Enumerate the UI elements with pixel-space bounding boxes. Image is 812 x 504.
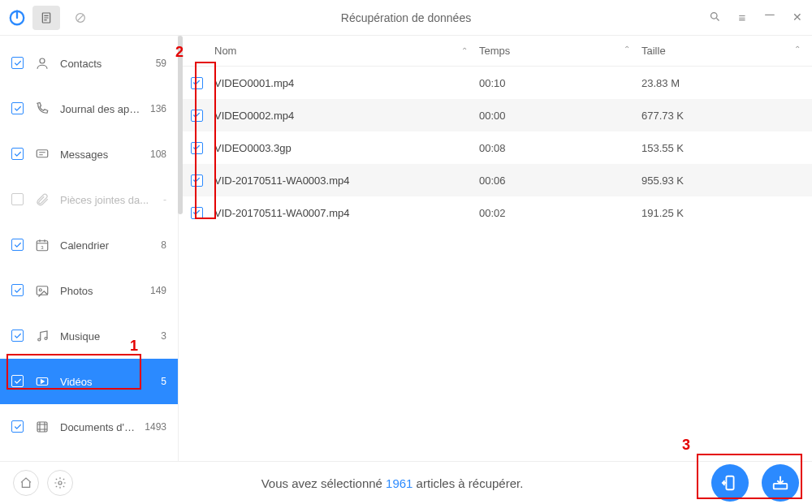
column-size[interactable]: Taille ⌃ — [641, 45, 812, 57]
svg-point-9 — [39, 289, 41, 291]
sidebar-item-count: 5 — [161, 376, 166, 387]
sidebar-item-videos[interactable]: Vidéos5 — [0, 359, 178, 404]
checkbox — [11, 193, 24, 205]
sort-arrow-name: ⌃ — [461, 46, 468, 55]
column-name[interactable]: Nom ⌃ — [179, 45, 479, 57]
recover-to-computer-button[interactable] — [762, 464, 799, 502]
sidebar-item-label: Calendrier — [60, 239, 151, 252]
sidebar-item-count: 108 — [150, 149, 166, 160]
row-name: VID-20170511-WA0003.mp4 — [214, 174, 479, 187]
sidebar-item-count: 59 — [156, 58, 166, 69]
checkbox[interactable] — [191, 207, 203, 219]
checkbox[interactable] — [11, 57, 24, 69]
appdocs-icon — [34, 419, 50, 435]
crossed-circle-button[interactable] — [67, 6, 94, 30]
row-time: 00:08 — [479, 142, 641, 154]
row-time: 00:06 — [479, 174, 641, 187]
sidebar-item-label: Photos — [60, 285, 140, 297]
row-time: 00:10 — [479, 77, 641, 89]
messages-icon — [34, 146, 50, 162]
svg-point-10 — [38, 338, 41, 341]
page-icon-button[interactable] — [32, 6, 60, 30]
footer-suffix: articles à récupérer. — [412, 476, 523, 490]
row-time: 00:02 — [479, 207, 641, 219]
footer-count: 1961 — [386, 476, 412, 490]
home-button[interactable] — [13, 470, 39, 496]
row-size: 955.93 K — [641, 174, 812, 187]
svg-point-14 — [58, 481, 62, 485]
footer-prefix: Vous avez sélectionné — [261, 476, 386, 490]
checkbox[interactable] — [11, 420, 24, 433]
sidebar-item-label: Messages — [60, 149, 140, 161]
minimize-button[interactable]: ─ — [763, 11, 776, 25]
photos-icon — [34, 282, 50, 299]
checkbox[interactable] — [191, 110, 203, 122]
close-button[interactable]: ✕ — [791, 11, 804, 25]
row-size: 191.25 K — [641, 207, 812, 219]
sidebar-item-attach: Pièces jointes da...- — [0, 177, 178, 222]
sidebar-item-count: 3 — [161, 330, 166, 342]
table-row[interactable]: VID-20170511-WA0003.mp400:06955.93 K — [179, 164, 812, 196]
checkbox[interactable] — [191, 77, 203, 89]
svg-text:3: 3 — [41, 245, 44, 250]
table-header: Nom ⌃ Temps ⌃ Taille ⌃ — [179, 36, 812, 67]
checkbox[interactable] — [191, 142, 203, 154]
column-name-label: Nom — [214, 45, 236, 57]
row-name: VIDEO0003.3gp — [214, 142, 479, 154]
sidebar-item-appdocs[interactable]: Documents d'App1493 — [0, 404, 178, 450]
svg-point-3 — [710, 12, 717, 19]
sort-arrow-time: ⌃ — [624, 45, 630, 57]
checkbox[interactable] — [11, 239, 24, 251]
row-name: VID-20170511-WA0007.mp4 — [214, 207, 479, 219]
table-row[interactable]: VIDEO0003.3gp00:08153.55 K — [179, 131, 812, 164]
row-time: 00:00 — [479, 110, 641, 122]
column-size-label: Taille — [641, 45, 666, 57]
footer: Vous avez sélectionné 1961 articles à ré… — [0, 461, 812, 504]
svg-point-4 — [40, 58, 45, 63]
titlebar: Récupération de données ≡ ─ ✕ — [0, 0, 812, 36]
column-time[interactable]: Temps ⌃ — [479, 45, 641, 57]
search-icon[interactable] — [708, 11, 721, 25]
sidebar-item-count: 8 — [161, 239, 166, 251]
checkbox[interactable] — [11, 148, 24, 160]
row-size: 153.55 K — [641, 142, 812, 154]
attach-icon — [34, 192, 50, 208]
sidebar-item-label: Documents d'App — [60, 421, 135, 433]
sidebar-item-count: - — [163, 194, 166, 205]
table-row[interactable]: VIDEO0001.mp400:1023.83 M — [179, 67, 812, 99]
checkbox[interactable] — [11, 102, 24, 114]
sidebar-item-music[interactable]: Musique3 — [0, 313, 178, 359]
sidebar-item-label: Journal des appels — [60, 103, 140, 115]
row-size: 23.83 M — [641, 77, 812, 89]
calendar-icon: 3 — [34, 237, 50, 253]
checkbox[interactable] — [11, 375, 24, 387]
checkbox[interactable] — [11, 284, 24, 296]
sidebar-item-calllog[interactable]: Journal des appels136 — [0, 86, 178, 131]
table-row[interactable]: VID-20170511-WA0007.mp400:02191.25 K — [179, 196, 812, 229]
row-size: 677.73 K — [641, 110, 812, 122]
recover-to-device-button[interactable] — [711, 464, 749, 502]
table-row[interactable]: VIDEO0002.mp400:00677.73 K — [179, 99, 812, 131]
sort-arrow-size: ⌃ — [794, 45, 801, 57]
menu-icon[interactable]: ≡ — [736, 11, 749, 25]
column-time-label: Temps — [479, 45, 510, 57]
sidebar-scrollbar[interactable] — [178, 36, 183, 214]
row-name: VIDEO0001.mp4 — [214, 77, 479, 89]
window-title: Récupération de données — [0, 11, 812, 24]
sidebar-item-contacts[interactable]: Contacts59 — [0, 41, 178, 86]
checkbox[interactable] — [11, 330, 24, 342]
music-icon — [34, 328, 50, 344]
settings-button[interactable] — [47, 470, 73, 496]
videos-icon — [34, 373, 50, 390]
sidebar-item-photos[interactable]: Photos149 — [0, 268, 178, 313]
calllog-icon — [34, 101, 50, 117]
sidebar-item-count: 1493 — [145, 421, 166, 433]
sidebar-item-calendar[interactable]: 3Calendrier8 — [0, 222, 178, 268]
sidebar-item-count: 136 — [150, 103, 166, 114]
checkbox[interactable] — [191, 174, 203, 187]
table-rows: VIDEO0001.mp400:1023.83 MVIDEO0002.mp400… — [179, 67, 812, 461]
sidebar-item-label: Vidéos — [60, 376, 151, 388]
row-name: VIDEO0002.mp4 — [214, 110, 479, 122]
sidebar-item-messages[interactable]: Messages108 — [0, 131, 178, 177]
svg-rect-13 — [37, 422, 47, 432]
